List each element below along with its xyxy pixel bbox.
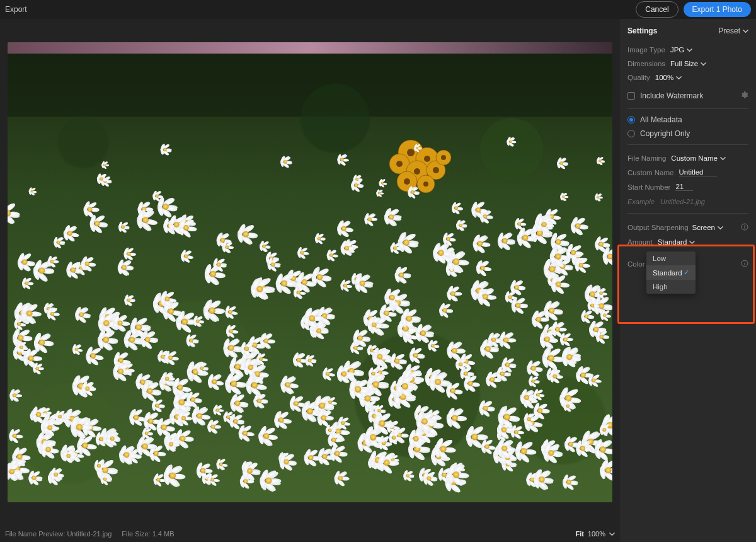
svg-point-2885 <box>365 395 371 401</box>
svg-point-663 <box>566 480 571 484</box>
svg-point-47 <box>605 467 612 473</box>
svg-point-23 <box>404 178 410 185</box>
svg-point-4205 <box>568 442 573 446</box>
svg-point-4128 <box>536 317 541 322</box>
option-label: High <box>653 283 668 291</box>
preset-label: Preset <box>718 26 740 35</box>
svg-point-4238 <box>476 207 481 212</box>
amount-option-high[interactable]: High <box>646 280 696 294</box>
svg-point-2687 <box>358 335 363 340</box>
amount-option-low[interactable]: Low <box>646 251 696 265</box>
svg-point-3688 <box>26 310 33 316</box>
svg-point-4084 <box>372 323 377 328</box>
svg-point-24 <box>423 182 428 187</box>
file-size-label: File Size: <box>122 530 150 538</box>
custom-name-label: Custom Name <box>627 169 674 176</box>
svg-point-1312 <box>103 478 106 481</box>
file-naming-dropdown[interactable]: Custom Name <box>671 154 726 162</box>
photo-preview[interactable] <box>8 42 612 502</box>
svg-point-1587 <box>566 354 572 360</box>
output-sharpening-dropdown[interactable]: Screen <box>692 224 723 231</box>
svg-point-4018 <box>79 313 84 317</box>
custom-name-input[interactable]: Untitled <box>679 168 717 176</box>
svg-point-1796 <box>503 413 510 420</box>
svg-point-1939 <box>228 345 234 351</box>
metadata-copyright-radio[interactable]: Copyright Only <box>620 127 756 141</box>
export-button[interactable]: Export 1 Photo <box>684 2 751 17</box>
amount-dropdown[interactable]: Standard <box>658 238 696 246</box>
image-type-dropdown[interactable]: JPG <box>670 46 692 54</box>
svg-point-2390 <box>328 401 332 405</box>
amount-option-standard[interactable]: Standard✓ <box>646 265 696 280</box>
svg-point-2456 <box>370 349 373 352</box>
preset-dropdown[interactable]: Preset <box>718 26 748 35</box>
svg-point-4392 <box>377 409 381 412</box>
quality-dropdown[interactable]: 100% <box>655 74 682 81</box>
option-label: Standard <box>653 269 682 277</box>
svg-point-2709 <box>22 260 28 265</box>
svg-point-3677 <box>294 401 299 406</box>
filename-preview-value: Untitled-21.jpg <box>67 530 112 538</box>
metadata-all-radio[interactable]: All Metadata <box>620 113 756 127</box>
svg-point-828 <box>343 284 347 287</box>
svg-point-454 <box>464 371 468 376</box>
image-type-label: Image Type <box>627 46 665 54</box>
svg-point-201 <box>549 308 554 313</box>
svg-point-1290 <box>225 245 229 249</box>
amount-label: Amount <box>627 238 653 246</box>
svg-point-3853 <box>181 416 186 420</box>
svg-point-3556 <box>178 399 185 405</box>
svg-point-3776 <box>247 468 253 474</box>
info-icon[interactable] <box>741 223 748 232</box>
dimensions-dropdown[interactable]: Full Size <box>670 60 706 67</box>
svg-point-4150 <box>524 395 529 400</box>
svg-point-1961 <box>13 434 17 438</box>
svg-point-3127 <box>446 237 450 241</box>
chevron-down-icon <box>676 75 682 81</box>
svg-point-3193 <box>316 328 321 333</box>
svg-rect-4420 <box>745 262 745 262</box>
svg-point-2467 <box>454 206 458 210</box>
svg-point-3787 <box>560 161 563 164</box>
svg-point-443 <box>585 314 588 318</box>
svg-point-3501 <box>438 250 444 256</box>
svg-point-2775 <box>411 190 415 194</box>
cancel-button[interactable]: Cancel <box>636 1 678 18</box>
svg-point-1246 <box>392 435 396 439</box>
start-number-input[interactable]: 21 <box>675 183 693 191</box>
svg-point-3820 <box>370 434 376 441</box>
dialog-title: Export <box>5 5 27 14</box>
svg-point-2247 <box>514 285 518 289</box>
svg-point-146 <box>228 310 232 314</box>
svg-point-4304 <box>442 473 447 477</box>
svg-point-3974 <box>88 207 93 212</box>
include-watermark-checkbox[interactable]: Include Watermark <box>627 91 703 100</box>
svg-point-4381 <box>142 217 149 223</box>
topbar: Export Cancel Export 1 Photo <box>0 0 756 19</box>
svg-point-1004 <box>590 291 595 297</box>
gear-icon[interactable] <box>740 91 748 101</box>
svg-point-4315 <box>360 280 365 286</box>
svg-point-2313 <box>603 314 606 317</box>
svg-point-2951 <box>20 345 23 349</box>
svg-point-2335 <box>345 246 349 250</box>
preview-canvas <box>0 19 620 526</box>
amount-dropdown-menu[interactable]: Low Standard✓ High <box>646 251 696 294</box>
svg-point-916 <box>537 408 542 413</box>
svg-point-4282 <box>100 177 103 180</box>
svg-point-3314 <box>547 355 554 362</box>
svg-point-3061 <box>157 478 161 481</box>
svg-point-3622 <box>515 303 520 308</box>
svg-point-1356 <box>381 182 384 185</box>
svg-point-3831 <box>263 245 266 248</box>
svg-point-575 <box>219 463 222 466</box>
svg-point-1345 <box>32 476 37 480</box>
svg-rect-4417 <box>745 225 745 226</box>
svg-point-1741 <box>590 304 594 308</box>
svg-point-3842 <box>54 473 59 477</box>
svg-point-2423 <box>257 398 261 403</box>
info-icon[interactable] <box>741 260 748 268</box>
svg-point-4249 <box>563 337 567 341</box>
chevron-down-icon <box>687 47 692 53</box>
zoom-control[interactable]: Fit 100% <box>575 530 615 538</box>
